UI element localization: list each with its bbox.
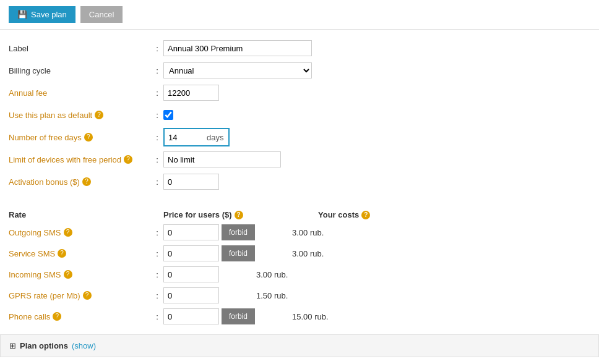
use-default-label: Use this plan as default ? bbox=[9, 111, 151, 120]
limit-devices-colon: : bbox=[151, 155, 163, 164]
label-field-label: Label bbox=[9, 44, 151, 53]
forbid-button-0[interactable]: forbid bbox=[222, 224, 255, 240]
rate-price-input-0[interactable] bbox=[163, 224, 219, 240]
rate-row: Service SMS ? : forbid 3.00 rub. bbox=[9, 244, 590, 263]
rate-row: Phone calls ? : forbid 15.00 rub. bbox=[9, 307, 590, 326]
limit-devices-help-icon[interactable]: ? bbox=[124, 155, 132, 164]
annual-fee-row: Annual fee : bbox=[9, 83, 590, 103]
rate-price-input-3[interactable] bbox=[163, 287, 219, 303]
rate-rows: Outgoing SMS ? : forbid 3.00 rub. Servic… bbox=[9, 223, 590, 326]
rate-input-wrap-2 bbox=[163, 266, 219, 282]
section-panels: ⊞ Plan options (show) ⊞ Plan availabilit… bbox=[0, 334, 599, 364]
rate-cost-4: 15.00 rub. bbox=[292, 312, 329, 321]
free-days-input-wrap: days bbox=[163, 128, 230, 146]
free-days-input[interactable] bbox=[165, 129, 202, 145]
rate-help-icon-0[interactable]: ? bbox=[64, 228, 72, 237]
rate-cost-0: 3.00 rub. bbox=[292, 228, 324, 237]
label-row: Label : bbox=[9, 38, 590, 58]
billing-cycle-row: Billing cycle : Annual Monthly Weekly Da… bbox=[9, 61, 590, 80]
use-default-checkbox[interactable] bbox=[163, 110, 173, 120]
annual-fee-colon: : bbox=[151, 88, 163, 98]
rate-row-colon-3: : bbox=[151, 291, 163, 300]
rate-header: Rate Price for users ($) ? Your costs ? bbox=[9, 210, 590, 219]
rate-row-label-2: Incoming SMS ? bbox=[9, 270, 151, 279]
rate-help-icon-1[interactable]: ? bbox=[58, 249, 66, 258]
annual-fee-label: Annual fee bbox=[9, 88, 151, 98]
rate-row-colon-4: : bbox=[151, 312, 163, 321]
rate-row-label-1: Service SMS ? bbox=[9, 249, 151, 258]
free-days-colon: : bbox=[151, 133, 163, 142]
rate-input-wrap-0: forbid bbox=[163, 224, 255, 240]
annual-fee-input[interactable] bbox=[163, 85, 219, 101]
limit-devices-label: Limit of devices with free period ? bbox=[9, 155, 151, 164]
rate-help-icon-2[interactable]: ? bbox=[64, 270, 72, 279]
rate-price-input-1[interactable] bbox=[163, 245, 219, 261]
rate-input-wrap-1: forbid bbox=[163, 245, 255, 261]
rate-row-label-3: GPRS rate (per Mb) ? bbox=[9, 291, 151, 300]
activation-bonus-help-icon[interactable]: ? bbox=[82, 177, 91, 186]
save-label: Save plan bbox=[31, 10, 67, 19]
rate-help-icon-4[interactable]: ? bbox=[53, 312, 61, 321]
rate-row-colon-2: : bbox=[151, 270, 163, 279]
rate-cost-1: 3.00 rub. bbox=[292, 249, 324, 258]
price-header-help-icon[interactable]: ? bbox=[235, 211, 243, 219]
activation-bonus-label: Activation bonus ($) ? bbox=[9, 177, 151, 187]
rate-input-wrap-3 bbox=[163, 287, 219, 303]
rate-row: Outgoing SMS ? : forbid 3.00 rub. bbox=[9, 223, 590, 242]
rate-row-colon-1: : bbox=[151, 249, 163, 258]
save-icon: 💾 bbox=[17, 10, 27, 19]
forbid-button-1[interactable]: forbid bbox=[222, 245, 255, 261]
label-colon: : bbox=[151, 44, 163, 53]
rate-row: GPRS rate (per Mb) ? : 1.50 rub. bbox=[9, 286, 590, 305]
rate-input-wrap-4: forbid bbox=[163, 308, 255, 324]
billing-cycle-select[interactable]: Annual Monthly Weekly Daily bbox=[163, 62, 312, 78]
save-button[interactable]: 💾 Save plan bbox=[9, 6, 75, 23]
section-show-link-0[interactable]: (show) bbox=[72, 341, 96, 350]
rate-header-rate-label: Rate bbox=[9, 210, 151, 219]
rate-price-input-4[interactable] bbox=[163, 308, 219, 324]
cost-header-help-icon[interactable]: ? bbox=[361, 211, 370, 219]
use-default-colon: : bbox=[151, 111, 163, 120]
expand-icon-0[interactable]: ⊞ bbox=[9, 341, 16, 350]
cancel-label: Cancel bbox=[89, 10, 114, 19]
form-area: Label : Billing cycle : Annual Monthly W… bbox=[0, 30, 599, 200]
activation-bonus-row: Activation bonus ($) ? : bbox=[9, 172, 590, 192]
use-default-help-icon[interactable]: ? bbox=[95, 111, 103, 119]
billing-cycle-label: Billing cycle bbox=[9, 66, 151, 75]
rate-row: Incoming SMS ? : 3.00 rub. bbox=[9, 265, 590, 284]
section-panel-0: ⊞ Plan options (show) bbox=[0, 334, 599, 357]
rate-help-icon-3[interactable]: ? bbox=[83, 291, 92, 300]
activation-bonus-colon: : bbox=[151, 177, 163, 187]
rate-row-colon-0: : bbox=[151, 228, 163, 237]
rate-cost-3: 1.50 rub. bbox=[256, 291, 288, 300]
rate-row-label-4: Phone calls ? bbox=[9, 312, 151, 321]
free-days-help-icon[interactable]: ? bbox=[84, 133, 93, 142]
limit-devices-input[interactable] bbox=[163, 151, 281, 167]
free-days-row: Number of free days ? : days bbox=[9, 127, 590, 147]
limit-devices-row: Limit of devices with free period ? : bbox=[9, 150, 590, 169]
forbid-button-4[interactable]: forbid bbox=[222, 308, 255, 324]
billing-colon: : bbox=[151, 66, 163, 75]
rate-header-cost-label: Your costs ? bbox=[318, 210, 370, 219]
rate-price-input-2[interactable] bbox=[163, 266, 219, 282]
rate-cost-2: 3.00 rub. bbox=[256, 270, 288, 279]
toolbar: 💾 Save plan Cancel bbox=[0, 0, 599, 30]
free-days-suffix: days bbox=[202, 131, 228, 144]
label-input[interactable] bbox=[163, 40, 312, 56]
section-title-0: Plan options bbox=[20, 341, 68, 350]
rate-row-label-0: Outgoing SMS ? bbox=[9, 228, 151, 237]
activation-bonus-input[interactable] bbox=[163, 174, 219, 190]
cancel-button[interactable]: Cancel bbox=[80, 6, 123, 23]
free-days-label: Number of free days ? bbox=[9, 133, 151, 142]
rate-section: Rate Price for users ($) ? Your costs ? … bbox=[0, 210, 599, 326]
rate-header-price-label: Price for users ($) ? bbox=[163, 210, 281, 219]
use-default-row: Use this plan as default ? : bbox=[9, 105, 590, 125]
